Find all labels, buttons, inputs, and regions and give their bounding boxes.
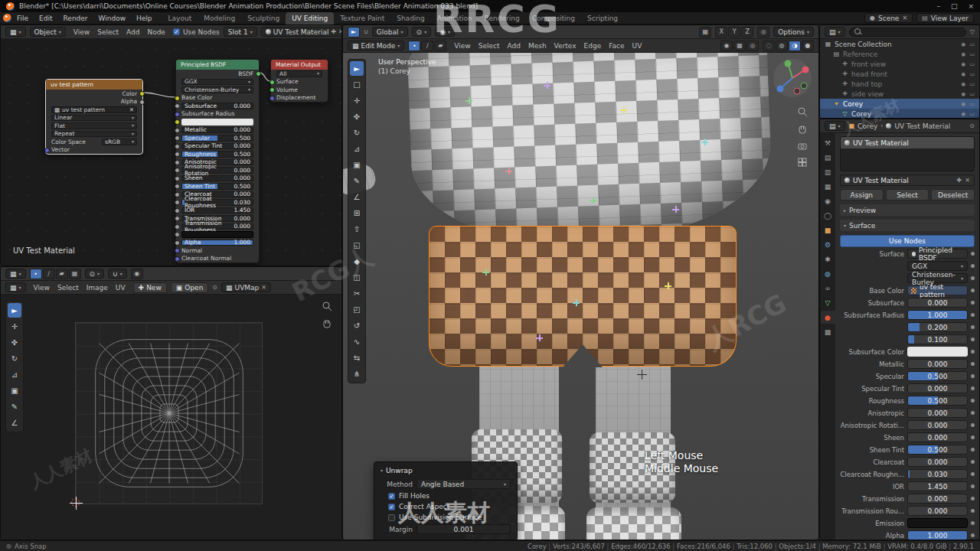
disable-in-renders-icon[interactable]: ▭ xyxy=(969,61,975,67)
material-property-row[interactable]: Specular Tint 0.000 0.000▾ 0.000 0.000 xyxy=(840,383,975,394)
keyframe-decorator-icon[interactable] xyxy=(971,472,975,476)
tool-loop-cut[interactable]: ◫ xyxy=(350,270,364,285)
transform-orientation-dropdown[interactable]: Global ▾ xyxy=(372,27,408,37)
perspective-toggle-icon[interactable] xyxy=(797,157,808,168)
hide-in-viewport-eye-icon[interactable]: ◉ xyxy=(961,51,965,57)
shader-menu-item[interactable]: Node xyxy=(143,25,169,39)
keyframe-decorator-icon[interactable] xyxy=(971,497,975,500)
panel-collapse-icon[interactable]: ▾ xyxy=(381,468,383,473)
tool-extrude[interactable]: ⇧ xyxy=(350,222,364,236)
keyframe-decorator-icon[interactable] xyxy=(971,252,975,256)
close-button[interactable]: × xyxy=(968,2,974,10)
workspace-tab[interactable]: Animation xyxy=(431,12,479,24)
material-property-row[interactable]: Anisotropic Rotati... 0.000 0.000▾ 0.000… xyxy=(840,419,975,431)
bsdf-property-row[interactable]: Specular Tint Specular Tint0.000 Specula… xyxy=(176,142,259,151)
uv-tool-tweak[interactable]: ► xyxy=(8,303,21,318)
bsdf-property-row[interactable]: Metallic Metallic0.000 Metallic▾ xyxy=(176,126,259,135)
uv-proportional-edit-toggle[interactable]: ◉ xyxy=(131,269,143,279)
keyframe-decorator-icon[interactable] xyxy=(971,289,975,292)
material-slot-dropdown[interactable]: Slot 1 ▾ xyxy=(224,27,257,37)
menu-item[interactable]: Render xyxy=(58,12,93,24)
viewport-menu-item[interactable]: Face xyxy=(605,39,628,53)
node-output-socket[interactable]: Color xyxy=(46,90,142,98)
material-property-row[interactable]: Roughness 0.500 0.500▾ 0.500 0.500 xyxy=(840,395,975,406)
output-input-socket[interactable]: Surface xyxy=(271,78,328,86)
material-property-row[interactable]: Specular 0.500 0.500▾ 0.500 0.500 xyxy=(840,370,975,382)
menu-item[interactable]: Edit xyxy=(34,12,57,24)
tool-cursor[interactable]: ✛ xyxy=(350,93,364,108)
material-property-row[interactable]: Transmission Rou... 0.000 0.000▾ 0.000 0… xyxy=(840,505,975,517)
uv-menu-item[interactable]: Select xyxy=(54,281,83,295)
face-select-mode[interactable]: ▰ xyxy=(434,41,446,51)
material-property-row[interactable]: Subsurface Radius 1.000 1.000▾ 1.000 1.0… xyxy=(840,309,975,321)
bsdf-property-row[interactable]: Sheen Sheen0.000 Sheen▾ xyxy=(176,174,259,183)
workspace-tab[interactable]: Sculpting xyxy=(241,12,286,24)
tool-smooth[interactable]: ∿ xyxy=(350,334,364,349)
tab-material[interactable]: ● xyxy=(821,311,835,324)
unwrap-operator-panel[interactable]: ▾ Unwrap Method Angle Based ▾ Fill Holes xyxy=(374,461,518,540)
unwrap-option-checkbox[interactable]: Fill Holes xyxy=(381,492,511,500)
uv-tool-rotate[interactable]: ↻ xyxy=(8,351,21,366)
bsdf-property-row[interactable]: Clearcoat Roughness Clearcoat Roughness0… xyxy=(176,198,259,207)
material-property-row[interactable]: Metallic 0.000 0.000▾ 0.000 0.000 xyxy=(840,358,975,370)
principled-bsdf-node[interactable]: Principled BSDF BSDF GGX GGX GGX▾ Christ… xyxy=(175,59,260,263)
bsdf-property-row[interactable]: Roughness Roughness0.500 Roughness▾ xyxy=(176,150,259,158)
tool-bevel[interactable]: ◆ xyxy=(350,254,364,269)
uvmap-close-icon[interactable]: ✕ xyxy=(261,284,266,291)
shader-menu-item[interactable]: View xyxy=(70,25,93,39)
gizmo-axis-toggle[interactable]: Z xyxy=(741,27,753,37)
output-input-socket[interactable]: Volume xyxy=(271,86,328,94)
tab-texture[interactable]: ▩ xyxy=(821,325,835,338)
uv-island-select[interactable]: ▦ xyxy=(69,269,81,279)
tab-view-layer[interactable]: ▦ xyxy=(821,180,835,193)
keyframe-decorator-icon[interactable] xyxy=(971,399,975,403)
bsdf-property-row[interactable]: IOR IOR1.450 IOR▾ xyxy=(176,207,259,215)
material-property-row[interactable]: Anisotropic 0.000 0.000▾ 0.000 0.000 xyxy=(840,407,975,419)
proportional-edit-dropdown[interactable]: ◉ ▾ xyxy=(435,27,455,37)
open-image-button[interactable]: ▣ Open xyxy=(171,282,209,293)
keyframe-decorator-icon[interactable] xyxy=(971,325,975,329)
material-property-row[interactable]: IOR 1.450 1.450▾ 1.450 1.450 xyxy=(840,481,975,492)
pan-hand-icon[interactable] xyxy=(322,318,332,328)
filter-icon[interactable]: ▽ xyxy=(970,28,975,35)
new-material-icon[interactable]: ✚ xyxy=(331,28,336,35)
disable-in-renders-icon[interactable]: ▭ xyxy=(969,81,975,87)
tool-select-box[interactable]: □ xyxy=(350,77,364,92)
material-property-row[interactable]: Subsurface 0.000 0.000▾ 0.000 0.000 xyxy=(840,297,975,308)
tool-knife[interactable]: ✂ xyxy=(350,286,364,301)
material-property-row[interactable]: Sheen 0.000 0.000▾ 0.000 0.000 xyxy=(840,432,975,443)
camera-view-icon[interactable] xyxy=(797,140,808,151)
output-input-socket[interactable]: Displacement xyxy=(271,94,328,103)
outliner-empty-head-front[interactable]: ✛ head front ◉ ▭ xyxy=(820,69,979,79)
material-slot-item[interactable]: UV Test Material xyxy=(841,137,974,148)
bsdf-property-row[interactable]: Base Color Base Color Base Color▾ xyxy=(176,94,259,103)
material-action-button[interactable]: Deselect xyxy=(931,189,975,201)
keyframe-decorator-icon[interactable] xyxy=(971,264,975,268)
hide-in-viewport-eye-icon[interactable]: ◉ xyxy=(961,101,965,107)
outliner-collection-reference[interactable]: ▤ Reference ◉ ▭ xyxy=(820,49,979,59)
shader-type-dropdown[interactable]: Object ▾ xyxy=(30,27,66,37)
viewport-menu-item[interactable]: Select xyxy=(475,39,504,53)
keyframe-decorator-icon[interactable] xyxy=(971,374,975,378)
gizmo-axis-toggle[interactable]: X xyxy=(715,27,727,37)
viewport-menu-item[interactable]: Add xyxy=(503,39,524,53)
uv-tool-move[interactable]: ✜ xyxy=(8,335,21,350)
material-property-row[interactable]: Alpha 1.000 1.000▾ 1.000 1.000 xyxy=(840,530,975,540)
uv-active-tool-button[interactable]: ▦ ▾ xyxy=(5,269,26,279)
outliner-empty-front-view[interactable]: ✛ front view ◉ ▭ xyxy=(820,59,979,69)
tool-inset[interactable]: ◱ xyxy=(350,238,364,253)
vector-input-socket[interactable]: Vector xyxy=(46,146,142,155)
keyframe-decorator-icon[interactable] xyxy=(971,362,975,366)
uv-editor-type-button[interactable]: ▦ ▾ xyxy=(5,282,26,292)
keyframe-decorator-icon[interactable] xyxy=(971,509,975,513)
uv-vertex-select[interactable]: ∙ xyxy=(30,269,42,279)
keyframe-decorator-icon[interactable] xyxy=(971,313,975,317)
color-swatch[interactable] xyxy=(907,518,968,528)
material-slot-list[interactable]: UV Test Material xyxy=(840,136,975,171)
hide-in-viewport-eye-icon[interactable]: ◉ xyxy=(961,41,965,47)
hide-in-viewport-eye-icon[interactable]: ◉ xyxy=(961,71,965,77)
material-property-row[interactable]: Base Color uv test pattern uv test patte… xyxy=(840,285,975,296)
hide-in-viewport-eye-icon[interactable]: ◉ xyxy=(961,91,965,97)
material-property-row[interactable]: Emission ▾ xyxy=(840,517,975,529)
keyframe-decorator-icon[interactable] xyxy=(971,423,975,427)
